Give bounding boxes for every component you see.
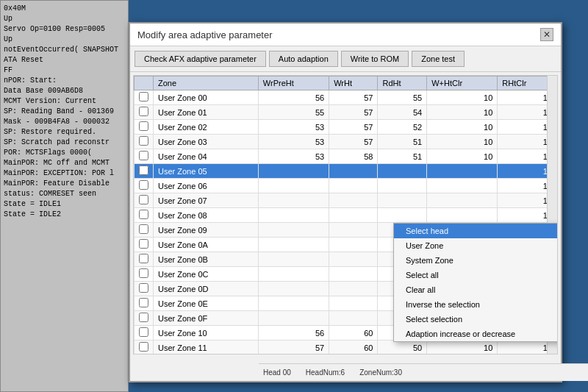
cell-wrpreht (258, 179, 329, 193)
context-menu-item[interactable]: Select head (394, 224, 558, 238)
cell-whtclr: 10 (427, 90, 498, 105)
row-checkbox[interactable] (139, 298, 148, 307)
row-checkbox[interactable] (139, 136, 148, 146)
row-checkbox[interactable] (139, 239, 148, 249)
cell-wrht (329, 282, 378, 296)
table-row[interactable]: User Zone 035357511010 (135, 135, 557, 149)
table-row[interactable]: User Zone 0510 (135, 164, 557, 179)
write-to-rom-button[interactable]: Write to ROM (341, 51, 409, 67)
check-afx-button[interactable]: Check AFX adaptive parameter (135, 51, 266, 67)
cell-rdht: 50 (378, 341, 427, 355)
row-checkbox[interactable] (139, 92, 148, 101)
terminal-line: MainPOR: EXCEPTION: POR l (4, 168, 125, 179)
row-checkbox[interactable] (139, 165, 148, 175)
cell-wrpreht: 56 (258, 90, 329, 105)
cell-wrht (329, 223, 378, 238)
row-checkbox[interactable] (139, 121, 148, 131)
context-menu-item[interactable]: System Zone (394, 253, 558, 268)
cell-rdht: 54 (378, 105, 427, 120)
cell-whtclr (427, 164, 498, 179)
terminal-line: Data Base 009AB6D8 (4, 86, 125, 96)
row-checkbox[interactable] (139, 313, 148, 322)
data-table-container: Zone WrPreHt WrHt RdHt W+HtClr RHtClr Us… (133, 75, 558, 354)
cell-zone: User Zone 0E (154, 296, 259, 311)
status-headnum: HeadNum:6 (306, 368, 345, 377)
cell-wrpreht: 53 (258, 135, 329, 149)
table-row[interactable]: User Zone 115760501010 (135, 341, 557, 355)
cell-wrht (329, 267, 378, 282)
context-menu-item[interactable]: Select all (394, 268, 558, 282)
row-checkbox[interactable] (139, 254, 148, 263)
table-row[interactable]: User Zone 025357521010 (135, 120, 557, 135)
cell-wrht (329, 238, 378, 252)
cell-rdht (378, 193, 427, 208)
cell-whtclr: 10 (427, 341, 498, 355)
table-row[interactable]: User Zone 015557541010 (135, 105, 557, 120)
status-bar: Head 00 HeadNum:6 ZoneNum:30 (259, 363, 588, 381)
row-checkbox[interactable] (139, 224, 148, 234)
cell-wrht: 57 (329, 135, 378, 149)
context-menu-item[interactable]: User Zone (394, 238, 558, 253)
cell-zone: User Zone 0B (154, 252, 259, 267)
table-row[interactable]: User Zone 0710 (135, 193, 557, 208)
cell-whtclr: 10 (427, 149, 498, 164)
cell-zone: User Zone 02 (154, 120, 259, 135)
cell-whtclr (427, 179, 498, 193)
cell-wrpreht (258, 296, 329, 311)
status-zonenum: ZoneNum:30 (359, 368, 402, 377)
row-checkbox[interactable] (139, 210, 148, 219)
status-head: Head 00 (263, 368, 291, 377)
cell-wrpreht (258, 282, 329, 296)
terminal-line: Servo Op=0100 Resp=0005 (4, 24, 125, 35)
context-menu-item[interactable]: Select selection (394, 312, 558, 327)
terminal-panel: 0x40MUpServo Op=0100 Resp=0005UpnotEvent… (0, 0, 129, 392)
cell-zone: User Zone 07 (154, 193, 259, 208)
cell-wrpreht (258, 267, 329, 282)
cell-rdht (378, 179, 427, 193)
cell-rdht: 51 (378, 149, 427, 164)
terminal-line: nPOR: Start: (4, 76, 125, 86)
cell-zone: User Zone 08 (154, 208, 259, 223)
row-checkbox[interactable] (139, 195, 148, 204)
table-row[interactable]: User Zone 0610 (135, 179, 557, 193)
zone-test-button[interactable]: Zone test (412, 51, 465, 67)
cell-wrpreht (258, 193, 329, 208)
cell-zone: User Zone 09 (154, 223, 259, 238)
table-row[interactable]: User Zone 045358511010 (135, 149, 557, 164)
cell-wrht: 57 (329, 120, 378, 135)
context-menu-item[interactable]: Adaption increase or decrease (394, 327, 558, 341)
table-row[interactable]: User Zone 0810 (135, 208, 557, 223)
terminal-line: FF (4, 65, 125, 76)
cell-wrpreht: 53 (258, 149, 329, 164)
cell-wrpreht (258, 311, 329, 326)
terminal-line: POR: MCTSFlags 0000( (4, 148, 125, 158)
context-menu-item[interactable]: Clear all (394, 282, 558, 297)
cell-wrht (329, 193, 378, 208)
row-checkbox[interactable] (139, 180, 148, 190)
close-button[interactable]: ✕ (540, 28, 553, 41)
terminal-line: Up (4, 35, 125, 45)
row-checkbox[interactable] (139, 151, 148, 160)
terminal-line: ATA Reset (4, 55, 125, 65)
cell-wrht (329, 252, 378, 267)
cell-zone: User Zone 03 (154, 135, 259, 149)
auto-adaption-button[interactable]: Auto adaption (269, 51, 338, 67)
toolbar: Check AFX adaptive parameter Auto adapti… (130, 46, 561, 72)
cell-whtclr (427, 208, 498, 223)
row-checkbox[interactable] (139, 283, 148, 293)
table-row[interactable]: User Zone 005657551010 (135, 90, 557, 105)
cell-whtclr (427, 193, 498, 208)
row-checkbox[interactable] (139, 268, 148, 278)
col-header-checkbox (135, 76, 154, 90)
row-checkbox[interactable] (139, 107, 148, 116)
cell-wrht: 57 (329, 90, 378, 105)
cell-wrpreht (258, 238, 329, 252)
terminal-line: SP: Scratch pad reconstr (4, 138, 125, 148)
context-menu-item[interactable]: Inverse the selection (394, 297, 558, 312)
table-header-row: Zone WrPreHt WrHt RdHt W+HtClr RHtClr (135, 76, 557, 90)
terminal-line: status: COMRESET seen (4, 189, 125, 199)
cell-wrpreht: 56 (258, 326, 329, 341)
row-checkbox[interactable] (139, 342, 148, 352)
col-header-wrpreht: WrPreHt (258, 76, 329, 90)
row-checkbox[interactable] (139, 327, 148, 337)
